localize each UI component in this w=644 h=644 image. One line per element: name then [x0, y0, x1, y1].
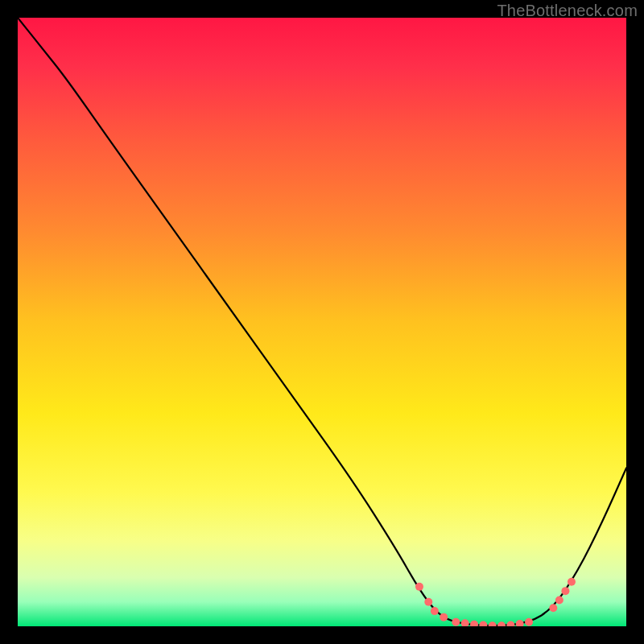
chart-marker — [424, 598, 432, 606]
chart-marker — [525, 618, 533, 626]
chart-background — [18, 18, 626, 626]
chart-marker — [561, 587, 569, 595]
chart-marker — [568, 578, 576, 586]
chart-marker — [440, 613, 448, 621]
watermark-label: TheBottleneck.com — [497, 2, 638, 20]
chart-marker — [549, 604, 557, 612]
chart-frame: TheBottleneck.com — [0, 0, 644, 644]
chart-marker — [415, 583, 423, 591]
chart-marker — [452, 618, 460, 626]
chart-marker — [555, 596, 564, 604]
chart-marker — [431, 607, 439, 615]
chart-plot-area — [18, 18, 626, 626]
chart-svg — [18, 18, 626, 626]
